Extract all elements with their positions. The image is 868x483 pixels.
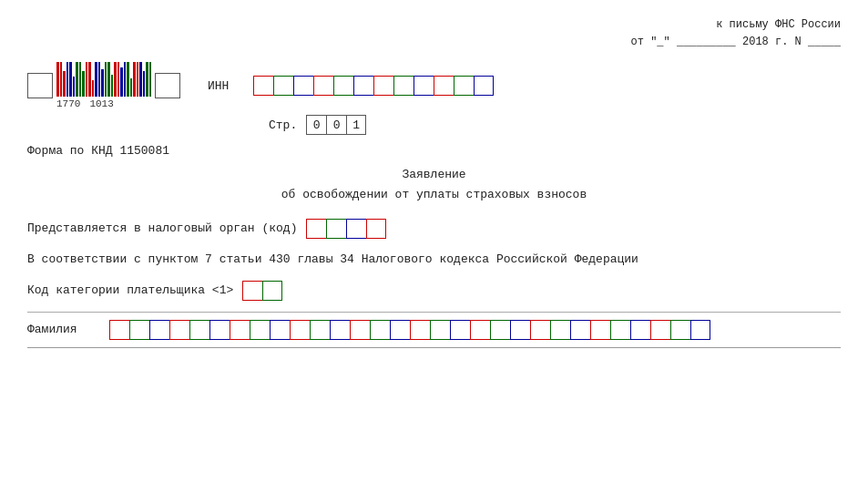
str-row: Стр. 0 0 1 bbox=[269, 115, 841, 135]
fam-cell-19[interactable] bbox=[470, 320, 490, 340]
fam-cell-8[interactable] bbox=[250, 320, 270, 340]
fam-cell-15[interactable] bbox=[390, 320, 410, 340]
tax-cell-2[interactable] bbox=[326, 219, 346, 239]
fam-cell-4[interactable] bbox=[169, 320, 189, 340]
title-line1: Заявление bbox=[27, 165, 841, 185]
fam-cell-24[interactable] bbox=[570, 320, 590, 340]
forma-label: Форма по КНД 1150081 bbox=[27, 144, 169, 158]
nalog-organ-row: Представляется в налоговый орган (код) bbox=[27, 219, 841, 239]
inn-cell-5[interactable] bbox=[333, 76, 353, 96]
nalog-cells bbox=[306, 219, 386, 239]
fam-cell-25[interactable] bbox=[590, 320, 610, 340]
reference-line2: от "_" _________ 2018 г. N _____ bbox=[27, 34, 841, 51]
inn-cell-6[interactable] bbox=[353, 76, 373, 96]
fam-cell-3[interactable] bbox=[149, 320, 169, 340]
kod-cell-2[interactable] bbox=[262, 281, 282, 301]
familiya-row: Фамилия bbox=[27, 320, 841, 340]
familiya-cells bbox=[109, 320, 710, 340]
inn-cell-9[interactable] bbox=[414, 76, 434, 96]
kod-row: Код категории плательщика <1> bbox=[27, 281, 841, 301]
inn-cell-12[interactable] bbox=[474, 76, 494, 96]
fam-cell-12[interactable] bbox=[330, 320, 350, 340]
tax-cell-3[interactable] bbox=[346, 219, 366, 239]
page-cell-2[interactable]: 0 bbox=[326, 115, 346, 135]
inn-cell-3[interactable] bbox=[293, 76, 313, 96]
top-right-reference: к письму ФНС России от "_" _________ 201… bbox=[27, 16, 841, 51]
title-block: Заявление об освобождении от уплаты стра… bbox=[27, 165, 841, 205]
fam-cell-23[interactable] bbox=[550, 320, 570, 340]
fam-cell-1[interactable] bbox=[109, 320, 129, 340]
fam-cell-16[interactable] bbox=[410, 320, 430, 340]
barcode-box-left bbox=[27, 73, 53, 98]
barcode-bars bbox=[56, 62, 151, 97]
header-row: 1770 1013 ИНН bbox=[27, 62, 841, 109]
inn-cells bbox=[253, 76, 494, 96]
barcode-box-right bbox=[155, 73, 180, 98]
nalog-label: Представляется в налоговый орган (код) bbox=[27, 221, 297, 235]
fam-cell-20[interactable] bbox=[490, 320, 510, 340]
fam-cell-5[interactable] bbox=[189, 320, 209, 340]
page-cell-1[interactable]: 0 bbox=[306, 115, 326, 135]
inn-cell-1[interactable] bbox=[253, 76, 273, 96]
fam-cell-13[interactable] bbox=[350, 320, 370, 340]
barcode-area: 1770 1013 bbox=[27, 62, 180, 109]
page-number-cells: 0 0 1 bbox=[306, 115, 366, 135]
fam-cell-17[interactable] bbox=[430, 320, 450, 340]
fam-cell-22[interactable] bbox=[530, 320, 550, 340]
fam-cell-7[interactable] bbox=[230, 320, 250, 340]
fam-cell-26[interactable] bbox=[610, 320, 630, 340]
page-cell-3[interactable]: 1 bbox=[346, 115, 366, 135]
title-line2: об освобождении от уплаты страховых взно… bbox=[27, 185, 841, 205]
str-label: Стр. bbox=[269, 118, 297, 132]
fam-cell-18[interactable] bbox=[450, 320, 470, 340]
page: к письму ФНС России от "_" _________ 201… bbox=[0, 0, 868, 483]
fam-cell-2[interactable] bbox=[129, 320, 149, 340]
fam-cell-9[interactable] bbox=[270, 320, 290, 340]
reference-line1: к письму ФНС России bbox=[27, 16, 841, 34]
fam-cell-28[interactable] bbox=[650, 320, 670, 340]
inn-cell-7[interactable] bbox=[373, 76, 393, 96]
inn-cell-2[interactable] bbox=[273, 76, 293, 96]
fam-cell-14[interactable] bbox=[370, 320, 390, 340]
tax-cell-4[interactable] bbox=[366, 219, 386, 239]
forma-row: Форма по КНД 1150081 bbox=[27, 144, 841, 158]
inn-row: ИНН bbox=[208, 76, 494, 96]
fam-cell-21[interactable] bbox=[510, 320, 530, 340]
inn-cell-8[interactable] bbox=[393, 76, 414, 96]
familiya-label: Фамилия bbox=[27, 323, 100, 336]
fam-cell-27[interactable] bbox=[630, 320, 650, 340]
barcode-numbers: 1770 1013 bbox=[56, 98, 114, 109]
kod-cell-1[interactable] bbox=[242, 281, 262, 301]
bottom-border bbox=[27, 347, 841, 348]
inn-cell-11[interactable] bbox=[454, 76, 474, 96]
fam-cell-10[interactable] bbox=[290, 320, 310, 340]
section-divider bbox=[27, 312, 841, 313]
fam-cell-29[interactable] bbox=[670, 320, 690, 340]
body-text: В соответствии с пунктом 7 статьи 430 гл… bbox=[27, 250, 841, 270]
inn-cell-10[interactable] bbox=[434, 76, 454, 96]
kod-cells bbox=[242, 281, 282, 301]
fam-cell-6[interactable] bbox=[209, 320, 230, 340]
fam-cell-11[interactable] bbox=[310, 320, 330, 340]
fam-cell-30[interactable] bbox=[690, 320, 710, 340]
kod-label: Код категории плательщика <1> bbox=[27, 283, 233, 297]
tax-cell-1[interactable] bbox=[306, 219, 326, 239]
inn-label: ИНН bbox=[208, 79, 244, 93]
inn-cell-4[interactable] bbox=[313, 76, 333, 96]
